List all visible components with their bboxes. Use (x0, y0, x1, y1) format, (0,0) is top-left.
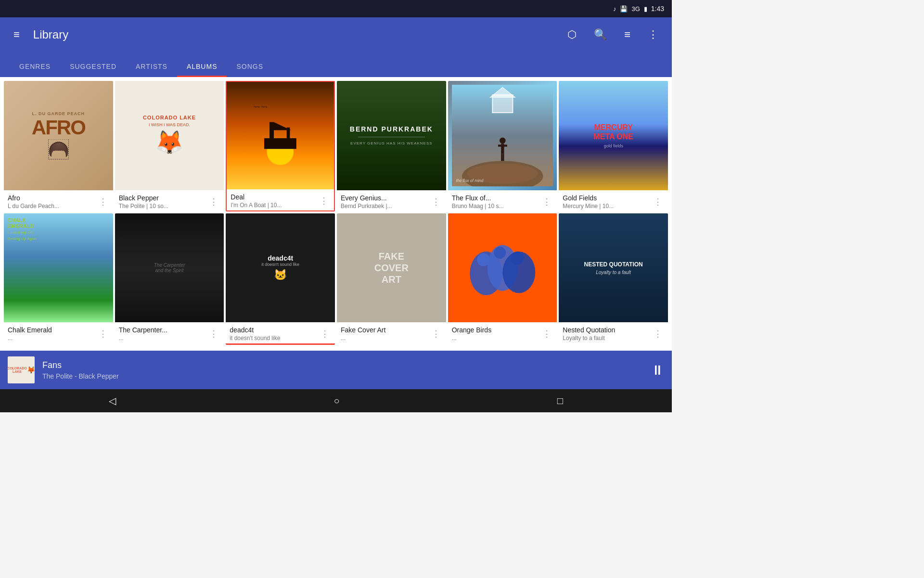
album-card-nested-quotation[interactable]: NESTED QUOTATION Loyalty to a fault Nest… (559, 213, 668, 345)
cast-button[interactable]: ⬡ (564, 25, 580, 45)
network-icon: 3G (631, 5, 640, 13)
recents-button[interactable]: □ (546, 392, 575, 410)
filter-button[interactable]: ≡ (620, 25, 634, 45)
svg-rect-3 (270, 122, 274, 141)
album-title-nested-quotation: Nested Quotation (563, 326, 652, 334)
album-info-carpenter: The Carpenter... ... ⋮ (115, 322, 224, 343)
album-more-flux-of-mind[interactable]: ⋮ (540, 195, 553, 209)
album-more-deadc4t[interactable]: ⋮ (319, 327, 331, 341)
album-card-black-pepper[interactable]: COLORADO LAKE I WISH I WAS DEAD. 🦊 Black… (115, 81, 224, 211)
album-title-afro: Afro (8, 194, 97, 202)
album-subtitle-fake-cover-art: ... (341, 335, 430, 342)
svg-text:~~ ~~: ~~ ~~ (254, 104, 268, 110)
back-button[interactable]: ◁ (97, 391, 128, 410)
album-art-chalk-emerald: CHALKEMERALDI Just Keep OnGetting Up Aga… (4, 213, 113, 323)
album-info-black-pepper: Black Pepper The Polite | 10 so... ⋮ (115, 190, 224, 211)
album-subtitle-afro: L du Garde Peach... (8, 203, 97, 210)
album-card-chalk-emerald[interactable]: CHALKEMERALDI Just Keep OnGetting Up Aga… (4, 213, 113, 345)
svg-point-12 (500, 138, 506, 144)
album-more-black-pepper[interactable]: ⋮ (207, 195, 220, 209)
album-art-every-genius: BERND PURKRABEK EVERY GENIUS HAS HIS WEA… (337, 81, 446, 190)
album-info-deadc4t: deadc4t it doesn't sound like ⋮ (226, 322, 335, 343)
album-info-every-genius: Every Genius... Bernd Purkrabek |... ⋮ (337, 190, 446, 211)
tab-artists[interactable]: ARTISTS (126, 56, 177, 77)
album-art-flux-of-mind: the flux of mind (448, 81, 557, 190)
album-title-fake-cover-art: Fake Cover Art (341, 326, 430, 334)
album-info-orange-birds: Orange Birds ... ⋮ (448, 322, 557, 343)
tab-albums[interactable]: ALBUMS (177, 56, 227, 77)
album-info-chalk-emerald: Chalk Emerald ... ⋮ (4, 322, 113, 343)
album-more-carpenter[interactable]: ⋮ (207, 327, 220, 341)
music-status-icon: ♪ (613, 5, 616, 13)
now-playing-title: Fans (42, 360, 643, 370)
album-art-carpenter: The Carpenterand the Spirit (115, 213, 224, 323)
more-button[interactable]: ⋮ (644, 25, 662, 45)
album-art-nested-quotation: NESTED QUOTATION Loyalty to a fault (559, 213, 668, 323)
album-title-flux-of-mind: The Flux of... (452, 194, 541, 202)
album-title-gold-fields: Gold Fields (563, 194, 652, 202)
album-art-afro: L. DU GARDE PEACH AFRO 🦱 (4, 81, 113, 190)
album-card-deadc4t[interactable]: deadc4t it doesn't sound like 🐱 deadc4t … (226, 213, 335, 345)
svg-point-22 (477, 253, 490, 266)
album-info-deal: Deal I'm On A Boat | 10... ⋮ (227, 189, 334, 210)
album-more-deal[interactable]: ⋮ (318, 194, 330, 208)
pause-button[interactable]: ⏸ (651, 362, 664, 378)
album-card-gold-fields[interactable]: MERCURYMETA ONE gold fields Gold Fields … (559, 81, 668, 211)
svg-rect-14 (498, 144, 507, 146)
album-more-fake-cover-art[interactable]: ⋮ (430, 327, 442, 341)
album-info-fake-cover-art: Fake Cover Art ... ⋮ (337, 322, 446, 343)
album-info-afro: Afro L du Garde Peach... ⋮ (4, 190, 113, 211)
album-subtitle-every-genius: Bernd Purkrabek |... (341, 203, 430, 210)
album-title-deadc4t: deadc4t (230, 326, 319, 334)
svg-rect-15 (501, 154, 502, 161)
album-card-flux-of-mind[interactable]: the flux of mind The Flux of... Bruno Ma… (448, 81, 557, 211)
album-card-afro[interactable]: L. DU GARDE PEACH AFRO 🦱 Afro L du Garde… (4, 81, 113, 211)
tab-genres[interactable]: GENRES (10, 56, 60, 77)
album-more-afro[interactable]: ⋮ (97, 195, 109, 209)
album-card-every-genius[interactable]: BERND PURKRABEK EVERY GENIUS HAS HIS WEA… (337, 81, 446, 211)
album-more-chalk-emerald[interactable]: ⋮ (97, 327, 109, 341)
album-art-fake-cover-art: FAKECOVERART (337, 213, 446, 323)
album-subtitle-carpenter: ... (119, 335, 208, 342)
album-title-deal: Deal (231, 193, 318, 201)
now-playing-bar[interactable]: COLORADOLAKE 🦊 Fans The Polite - Black P… (0, 351, 672, 389)
album-title-carpenter: The Carpenter... (119, 326, 208, 334)
album-more-orange-birds[interactable]: ⋮ (540, 327, 553, 341)
menu-button[interactable]: ≡ (10, 25, 24, 45)
tab-songs[interactable]: SONGS (227, 56, 273, 77)
tabs-bar: GENRES SUGGESTED ARTISTS ALBUMS SONGS (0, 52, 672, 77)
album-card-deal[interactable]: ~~ ~~ Deal I'm On A Boat | 10... ⋮ (226, 81, 335, 211)
album-art-deal: ~~ ~~ (227, 82, 334, 189)
album-title-chalk-emerald: Chalk Emerald (8, 326, 97, 334)
svg-rect-0 (227, 82, 334, 189)
now-playing-subtitle: The Polite - Black Pepper (42, 372, 643, 380)
album-subtitle-gold-fields: Mercury Mine | 10... (563, 203, 652, 210)
now-playing-art: COLORADOLAKE 🦊 (8, 356, 35, 383)
tab-suggested[interactable]: SUGGESTED (60, 56, 126, 77)
album-title-black-pepper: Black Pepper (119, 194, 208, 202)
everygenius-name-text: BERND PURKRABEK (350, 125, 433, 133)
album-subtitle-nested-quotation: Loyalty to a fault (563, 335, 652, 342)
album-subtitle-flux-of-mind: Bruno Maag | 10 s... (452, 203, 541, 210)
clock: 1:43 (651, 5, 664, 13)
now-playing-controls: ⏸ (651, 362, 664, 378)
album-more-gold-fields[interactable]: ⋮ (652, 195, 664, 209)
album-art-gold-fields: MERCURYMETA ONE gold fields (559, 81, 668, 190)
svg-rect-2 (264, 138, 296, 149)
everygenius-sub-text: EVERY GENIUS HAS HIS WEAKNESS (350, 141, 433, 145)
search-button[interactable]: 🔍 (590, 25, 611, 45)
album-art-deadc4t: deadc4t it doesn't sound like 🐱 (226, 213, 335, 323)
album-more-every-genius[interactable]: ⋮ (430, 195, 442, 209)
album-card-orange-birds[interactable]: Orange Birds ... ⋮ (448, 213, 557, 345)
battery-icon: ▮ (644, 5, 647, 13)
album-art-black-pepper: COLORADO LAKE I WISH I WAS DEAD. 🦊 (115, 81, 224, 190)
page-title: Library (33, 28, 554, 41)
album-title-every-genius: Every Genius... (341, 194, 430, 202)
album-subtitle-deal: I'm On A Boat | 10... (231, 202, 318, 209)
album-subtitle-chalk-emerald: ... (8, 335, 97, 342)
album-more-nested-quotation[interactable]: ⋮ (652, 327, 664, 341)
album-info-nested-quotation: Nested Quotation Loyalty to a fault ⋮ (559, 322, 668, 343)
home-button[interactable]: ○ (322, 392, 351, 410)
album-card-fake-cover-art[interactable]: FAKECOVERART Fake Cover Art ... ⋮ (337, 213, 446, 345)
album-card-carpenter[interactable]: The Carpenterand the Spirit The Carpente… (115, 213, 224, 345)
